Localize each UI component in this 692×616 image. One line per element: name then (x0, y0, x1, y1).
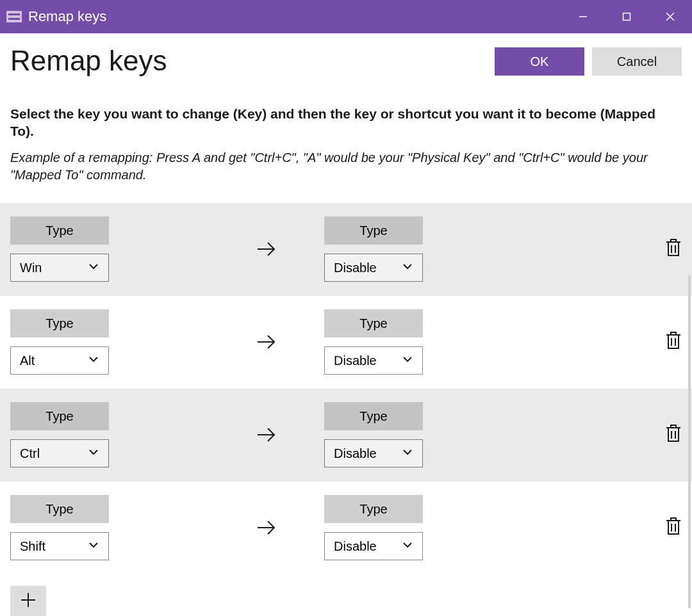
maximize-button[interactable] (605, 0, 648, 33)
remap-rows: Type Win Type Disable Type Alt (0, 203, 692, 574)
delete-row-button[interactable] (665, 517, 682, 539)
to-column: Type Disable (324, 309, 536, 375)
type-key-button[interactable]: Type (10, 495, 109, 523)
to-key-select[interactable]: Disable (324, 532, 423, 560)
cancel-button[interactable]: Cancel (592, 47, 682, 76)
minimize-button[interactable] (561, 0, 605, 33)
chevron-down-icon (88, 446, 99, 461)
chevron-down-icon (88, 539, 99, 554)
titlebar-left: Remap keys (6, 8, 106, 25)
chevron-down-icon (88, 353, 99, 368)
instruction-example: Example of a remapping: Press A and get … (10, 149, 682, 184)
type-shortcut-button[interactable]: Type (324, 309, 423, 337)
chevron-down-icon (402, 446, 413, 461)
to-column: Type Disable (324, 495, 536, 560)
from-key-value: Ctrl (20, 446, 40, 461)
delete-row-button[interactable] (665, 331, 682, 353)
to-key-select[interactable]: Disable (324, 254, 423, 282)
plus-icon (19, 591, 37, 612)
chevron-down-icon (402, 539, 413, 554)
arrow-icon (209, 516, 324, 539)
header-buttons: OK Cancel (495, 47, 682, 76)
remap-row: Type Shift Type Disable (0, 482, 692, 574)
to-key-value: Disable (334, 261, 377, 275)
remap-row: Type Alt Type Disable (0, 296, 692, 389)
from-key-value: Shift (20, 539, 45, 554)
to-key-select[interactable]: Disable (324, 439, 423, 467)
remap-row: Type Ctrl Type Disable (0, 389, 692, 482)
chevron-down-icon (402, 353, 413, 368)
to-key-value: Disable (334, 446, 377, 461)
type-key-button[interactable]: Type (10, 309, 109, 337)
arrow-icon (209, 330, 324, 353)
type-key-button[interactable]: Type (10, 216, 109, 245)
type-shortcut-button[interactable]: Type (324, 495, 423, 523)
from-key-select[interactable]: Shift (10, 532, 109, 560)
from-column: Type Ctrl (10, 402, 209, 467)
from-column: Type Alt (10, 309, 209, 375)
arrow-icon (209, 423, 324, 446)
to-key-value: Disable (334, 539, 377, 554)
window-controls (561, 0, 692, 33)
delete-row-button[interactable] (665, 424, 682, 446)
titlebar-title: Remap keys (28, 8, 106, 25)
to-column: Type Disable (324, 402, 536, 467)
type-shortcut-button[interactable]: Type (324, 402, 423, 430)
chevron-down-icon (88, 261, 99, 275)
from-key-select[interactable]: Alt (10, 346, 109, 375)
header-row: Remap keys OK Cancel (10, 45, 682, 77)
from-column: Type Win (10, 216, 209, 282)
chevron-down-icon (402, 261, 413, 275)
to-key-value: Disable (334, 353, 377, 368)
ok-button[interactable]: OK (495, 47, 584, 76)
from-key-value: Alt (20, 353, 35, 368)
titlebar: Remap keys (0, 0, 692, 33)
from-key-select[interactable]: Win (10, 254, 109, 282)
add-row-area (0, 574, 692, 616)
arrow-icon (209, 238, 324, 261)
from-key-value: Win (20, 261, 42, 275)
close-button[interactable] (648, 0, 692, 33)
add-row-button[interactable] (10, 586, 46, 616)
remap-row: Type Win Type Disable (0, 203, 692, 296)
delete-row-button[interactable] (665, 238, 682, 260)
instruction-primary: Select the key you want to change (Key) … (10, 105, 682, 140)
type-shortcut-button[interactable]: Type (324, 216, 423, 245)
content-area: Remap keys OK Cancel Select the key you … (0, 33, 692, 184)
to-column: Type Disable (324, 216, 536, 282)
scrollbar[interactable] (688, 275, 691, 608)
from-column: Type Shift (10, 495, 209, 560)
page-title: Remap keys (10, 45, 167, 77)
type-key-button[interactable]: Type (10, 402, 109, 430)
keyboard-icon (6, 11, 22, 22)
to-key-select[interactable]: Disable (324, 346, 423, 375)
from-key-select[interactable]: Ctrl (10, 439, 109, 467)
svg-rect-1 (623, 13, 630, 20)
